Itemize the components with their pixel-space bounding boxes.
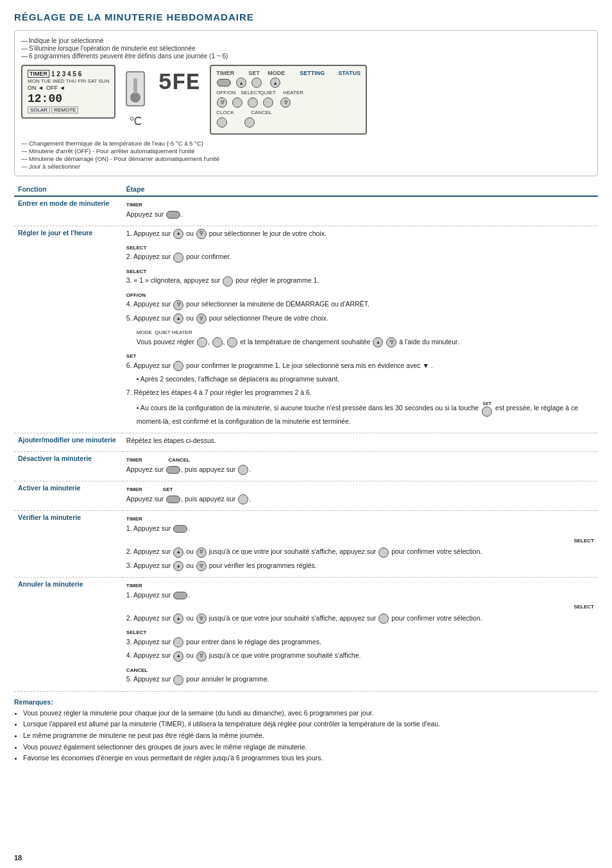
cp-quiet-label: QUIET — [260, 90, 279, 96]
fonction-6: Vérifier la minuterie — [14, 511, 123, 578]
cp-header-row: TIMER SET MODE SETTING STATUS — [216, 70, 361, 76]
up-btn-2-temp[interactable]: ▲ — [373, 337, 383, 347]
heater-btn-cp[interactable] — [263, 97, 273, 108]
up-btn-7-2[interactable]: ▲ — [173, 613, 183, 624]
off-label: OFF ◄ — [46, 85, 65, 91]
cp-select-label: SELECT — [241, 90, 256, 96]
page-title: RÉGLAGE DE LA MINUTERIE HEBDOMADAIRE — [14, 12, 598, 22]
select-btn-7-2[interactable] — [378, 613, 389, 624]
sfe-display: 5FE — [158, 70, 200, 96]
table-row: Régler le jour et l'heure 1. Appuyez sur… — [14, 226, 598, 433]
up-btn-2-1[interactable]: ▲ — [173, 229, 183, 239]
step-2-7: 7. Répétez les étapes 4 à 7 pour régler … — [126, 388, 594, 398]
select-btn-7-3[interactable] — [173, 637, 183, 647]
down-btn-2-5[interactable]: ▽ — [196, 313, 207, 324]
on-label: ON ◄ — [28, 85, 44, 91]
down-btn-2-1[interactable]: ▽ — [196, 229, 207, 239]
annot-b1: Changement thermique de la température d… — [21, 140, 591, 147]
page-number: 18 — [14, 854, 22, 862]
cancel-btn-cp[interactable] — [244, 117, 255, 128]
down-btn-6-2[interactable]: ▽ — [196, 547, 207, 558]
mode-btn-2[interactable] — [197, 337, 207, 347]
cancel-btn-7-5[interactable] — [173, 675, 183, 685]
set-btn-2-6[interactable] — [173, 361, 183, 371]
step-2-6b: • Après 2 secondes, l'affichage se dépla… — [126, 374, 594, 385]
timer-numbers: 1 2 3 4 5 6 — [51, 71, 81, 78]
solar-remote-row: SOLAR REMOTE — [28, 106, 109, 113]
remarks-list: Vous pouvez régler la minuterie pour cha… — [14, 708, 598, 763]
etape-3: Répétez les étapes ci-dessus. — [123, 433, 598, 452]
mode-btn-cp[interactable] — [251, 78, 262, 88]
status-down-btn[interactable]: ▽ — [280, 97, 291, 108]
up-btn-6-2[interactable]: ▲ — [173, 547, 183, 558]
heater-btn-2[interactable] — [227, 337, 237, 347]
select-btn-2-3[interactable] — [223, 276, 233, 287]
select-btn-6-2[interactable] — [378, 547, 389, 558]
timer-btn-5[interactable] — [166, 496, 180, 503]
diagram-section: Indique le jour sélectionné S'illumine l… — [14, 30, 598, 176]
step-2-4: OFF/ON 4. Appuyez sur ▽ pour sélectionne… — [126, 290, 594, 310]
down-btn-7-4[interactable]: ▽ — [196, 651, 207, 662]
table-row: Ajouter/modifier une minuterie Répétez l… — [14, 433, 598, 452]
down-btn-7-2[interactable]: ▽ — [196, 613, 207, 624]
fonction-5: Activer la minuterie — [14, 481, 123, 511]
step-7-2: SELECT 2. Appuyez sur ▲ ou ▽ jusqu'à ce … — [126, 603, 594, 624]
table-row: Vérifier la minuterie TIMER 1. Appuyez s… — [14, 511, 598, 578]
etape-4: TIMER CANCEL Appuyez sur , puis appuyez … — [123, 452, 598, 481]
fonction-4: Désactiver la minuterie — [14, 452, 123, 481]
down-btn-2-temp[interactable]: ▽ — [386, 337, 396, 347]
step-3-1: Répétez les étapes ci-dessus. — [126, 436, 594, 446]
select-btn-cp[interactable] — [232, 97, 242, 108]
cp-heater-label: HEATER — [283, 90, 303, 96]
set-btn-2-7b[interactable] — [482, 406, 492, 417]
quiet-btn-cp[interactable] — [248, 97, 258, 108]
down-btn-6-3[interactable]: ▽ — [196, 561, 207, 571]
up-btn-6-3[interactable]: ▲ — [173, 561, 183, 571]
step-6-3: 3. Appuyez sur ▲ ou ▽ pour vérifier les … — [126, 561, 594, 571]
time-display: 12:00 — [28, 92, 109, 105]
temp-icon-area: ℃ — [126, 71, 145, 128]
table-row: Activer la minuterie TIMER SET Appuyez s… — [14, 481, 598, 511]
table-row: Annuler la minuterie TIMER 1. Appuyez su… — [14, 577, 598, 691]
timer-btn-4[interactable] — [166, 466, 180, 474]
remote-label: REMOTE — [51, 106, 78, 113]
timer-btn-6-1[interactable] — [173, 525, 187, 533]
fonction-3: Ajouter/modifier une minuterie — [14, 433, 123, 452]
select-btn-2-2[interactable] — [173, 253, 183, 263]
set-btn-cp[interactable]: ▲ — [236, 78, 246, 88]
cancel-btn-4[interactable] — [238, 465, 248, 475]
table-row: Entrer en mode de minuterie TIMER Appuye… — [14, 196, 598, 226]
remark-5: Favorise les économies d'énergie en vous… — [23, 753, 598, 763]
off-on-btn[interactable]: ▽ — [217, 97, 227, 108]
etape-1: TIMER Appuyez sur . — [123, 196, 598, 226]
quiet-btn-2[interactable] — [212, 337, 223, 347]
remark-1: Vous pouvez régler la minuterie pour cha… — [23, 708, 598, 718]
timer-row: TIMER 1 2 3 4 5 6 — [28, 70, 109, 78]
remark-4: Vous pouvez également sélectionner des g… — [23, 742, 598, 752]
status-up-btn[interactable]: ▲ — [270, 78, 280, 88]
clock-btn-cp[interactable] — [217, 117, 227, 128]
step-7-4: 4. Appuyez sur ▲ ou ▽ jusqu'à ce que vot… — [126, 651, 594, 661]
remarks-title: Remarques: — [14, 698, 598, 706]
diagram-row: TIMER 1 2 3 4 5 6 MON TUE WED THU FRI SA… — [21, 65, 591, 135]
set-btn-5[interactable] — [238, 494, 248, 505]
step-2-1: 1. Appuyez sur ▲ ou ▽ pour sélectionner … — [126, 229, 594, 239]
timer-btn-cp[interactable] — [217, 79, 231, 87]
step-5-1: TIMER SET Appuyez sur , puis appuyez sur… — [126, 484, 594, 505]
step-2-6: SET 6. Appuyez sur pour confirmer le pro… — [126, 351, 594, 371]
solar-label: SOLAR — [28, 106, 50, 113]
timer-btn-inline-1[interactable] — [166, 211, 180, 219]
timer-btn-7-1[interactable] — [173, 592, 187, 599]
up-btn-7-4[interactable]: ▲ — [173, 651, 183, 662]
up-btn-2-5[interactable]: ▲ — [173, 313, 183, 324]
instructions-table: Fonction Étape Entrer en mode de minuter… — [14, 183, 598, 692]
step-2-3: SELECT 3. « 1 » clignotera, appuyez sur … — [126, 266, 594, 287]
cp-mode-header: MODE — [268, 70, 300, 76]
remark-2: Lorsque l'appareil est allumé par la min… — [23, 719, 598, 729]
offon-btn-2-4[interactable]: ▽ — [173, 300, 183, 310]
etape-5: TIMER SET Appuyez sur , puis appuyez sur… — [123, 481, 598, 511]
temp-degree: ℃ — [129, 114, 142, 128]
cp-timer-header: TIMER — [216, 70, 248, 76]
etape-7: TIMER 1. Appuyez sur . SELECT 2. Appuyez… — [123, 577, 598, 691]
step-6-1: TIMER 1. Appuyez sur . — [126, 513, 594, 534]
